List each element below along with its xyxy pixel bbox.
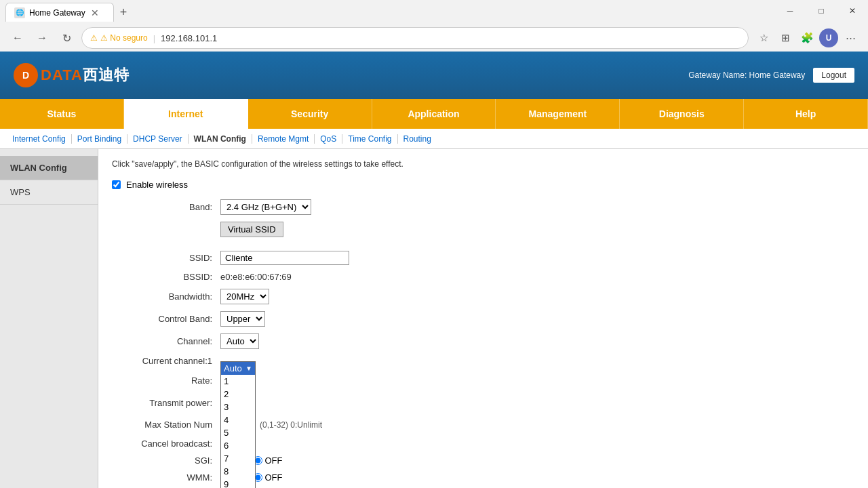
subnav-item-time-config[interactable]: Time Config: [342, 134, 397, 144]
favorites-button[interactable]: ⊞: [776, 28, 795, 47]
main-content: Click "save/apply", the BASIC configurat…: [98, 149, 868, 488]
bookmark-button[interactable]: ☆: [754, 28, 773, 47]
new-tab-button[interactable]: +: [114, 3, 133, 22]
bssid-value: e0:e8:e6:00:67:69: [220, 272, 292, 282]
virtual-ssid-button[interactable]: Virtual SSID: [220, 222, 283, 237]
channel-selected-label: Auto: [224, 363, 242, 373]
subnav-item-wlan-config[interactable]: WLAN Config: [189, 134, 252, 144]
subnav-item-dhcp-server[interactable]: DHCP Server: [127, 134, 188, 144]
sidebar: WLAN Config WPS: [0, 149, 98, 488]
sub-nav: Internet Config Port Binding DHCP Server…: [0, 129, 868, 149]
sgi-label: SGI:: [112, 455, 220, 466]
dropdown-arrow-icon: ▼: [245, 365, 252, 372]
tab-title: Home Gateway: [29, 8, 85, 18]
warning-text: ⚠ No seguro: [100, 33, 148, 43]
ssid-label: SSID:: [112, 253, 220, 263]
bandwidth-label: Bandwidth:: [112, 291, 220, 302]
profile-button[interactable]: U: [819, 28, 838, 47]
tab-close-icon[interactable]: ✕: [91, 7, 99, 18]
logo-chinese: 西迪特: [83, 66, 130, 83]
current-channel-label: Current channel:1: [112, 356, 220, 366]
sgi-off-label: OFF: [254, 455, 283, 466]
content-area: WLAN Config WPS Click "save/apply", the …: [0, 149, 868, 488]
nav-item-security[interactable]: Security: [248, 99, 372, 129]
virtual-ssid-row: Virtual SSID: [112, 222, 854, 244]
sidebar-item-wps[interactable]: WPS: [0, 180, 98, 205]
channel-option-2[interactable]: 2: [221, 388, 255, 401]
channel-select[interactable]: Auto 1 2 3 4 5 6 7 8 9 10 11 12 13: [220, 333, 259, 349]
band-select[interactable]: 2.4 GHz (B+G+N) 5 GHz: [220, 199, 311, 215]
channel-option-6[interactable]: 6: [221, 439, 255, 452]
logo-letter: D: [22, 70, 29, 81]
wmm-label: WMM:: [112, 472, 220, 483]
nav-item-application[interactable]: Application: [372, 99, 496, 129]
logo-circle: D: [14, 63, 38, 87]
nav-item-status[interactable]: Status: [0, 99, 124, 129]
subnav-item-routing[interactable]: Routing: [398, 134, 437, 144]
nav-item-internet[interactable]: Internet: [124, 99, 248, 129]
logo-text: DATA西迪特: [41, 65, 130, 85]
extensions-button[interactable]: 🧩: [797, 28, 816, 47]
maximize-button[interactable]: □: [806, 0, 837, 22]
router-logo: D DATA西迪特: [14, 63, 130, 87]
gateway-name: Gateway Name: Home Gateway: [688, 70, 805, 80]
transmit-power-label: Transmit power:: [112, 398, 220, 408]
logo-data: DATA: [41, 66, 83, 83]
router-header: D DATA西迪特 Gateway Name: Home Gateway Log…: [0, 52, 868, 99]
channel-label: Channel:: [112, 336, 220, 346]
warning-icon: ⚠: [90, 33, 98, 43]
channel-option-5[interactable]: 5: [221, 426, 255, 439]
rate-label: Rate:: [112, 375, 220, 386]
instruction-text: Click "save/apply", the BASIC configurat…: [112, 159, 854, 169]
enable-wireless-row: Enable wireless: [112, 180, 854, 190]
max-station-hint: (0,1-32) 0:Unlimit: [260, 420, 322, 430]
channel-option-7[interactable]: 7: [221, 452, 255, 465]
forward-button[interactable]: →: [33, 28, 52, 47]
wmm-off-text: OFF: [265, 472, 283, 483]
control-band-select[interactable]: Upper Lower: [220, 311, 265, 327]
max-station-label: Max Station Num: [112, 420, 220, 430]
subnav-item-internet-config[interactable]: Internet Config: [7, 134, 72, 144]
channel-dropdown-popup: Auto ▼ 1 2 3 4 5 6 7 8 9 10 11: [220, 361, 256, 489]
sidebar-item-wlan-config[interactable]: WLAN Config: [0, 156, 98, 180]
bandwidth-row: Bandwidth: 20MHz 40MHz: [112, 289, 854, 304]
wmm-off-label: OFF: [254, 472, 283, 483]
subnav-item-qos[interactable]: QoS: [315, 134, 342, 144]
subnav-item-port-binding[interactable]: Port Binding: [72, 134, 127, 144]
menu-button[interactable]: ⋯: [841, 28, 860, 47]
nav-item-help[interactable]: Help: [744, 99, 868, 129]
ssid-input[interactable]: [220, 251, 349, 265]
nav-item-diagnosis[interactable]: Diagnosis: [620, 99, 744, 129]
bssid-row: BSSID: e0:e8:e6:00:67:69: [112, 272, 854, 282]
channel-option-8[interactable]: 8: [221, 465, 255, 478]
header-right: Gateway Name: Home Gateway Logout: [688, 68, 854, 83]
browser-tab[interactable]: 🌐 Home Gateway ✕: [5, 3, 114, 22]
enable-wireless-label: Enable wireless: [126, 180, 188, 190]
current-channel-row: Current channel:1 Auto ▼ 1 2 3 4 5 6: [112, 356, 854, 366]
channel-dropdown-selected[interactable]: Auto ▼: [221, 362, 255, 375]
control-band-row: Control Band: Upper Lower: [112, 311, 854, 327]
band-label: Band:: [112, 202, 220, 212]
enable-wireless-checkbox[interactable]: [112, 180, 121, 189]
address-divider: |: [153, 33, 155, 43]
back-button[interactable]: ←: [8, 28, 27, 47]
bssid-label: BSSID:: [112, 272, 220, 282]
sgi-off-text: OFF: [265, 455, 283, 466]
channel-option-1[interactable]: 1: [221, 375, 255, 388]
control-band-label: Control Band:: [112, 314, 220, 324]
address-url: 192.168.101.1: [161, 33, 217, 43]
address-bar[interactable]: ⚠ ⚠ No seguro | 192.168.101.1: [81, 27, 749, 49]
bandwidth-select[interactable]: 20MHz 40MHz: [220, 289, 269, 304]
channel-option-9[interactable]: 9: [221, 478, 255, 489]
channel-option-4[interactable]: 4: [221, 413, 255, 426]
main-nav: Status Internet Security Application Man…: [0, 99, 868, 129]
close-button[interactable]: ✕: [837, 0, 868, 22]
refresh-button[interactable]: ↻: [57, 28, 76, 47]
channel-option-3[interactable]: 3: [221, 401, 255, 413]
subnav-item-remote-mgmt[interactable]: Remote Mgmt: [252, 134, 315, 144]
ssid-row: SSID:: [112, 251, 854, 265]
logout-button[interactable]: Logout: [813, 68, 854, 83]
security-warning: ⚠ ⚠ No seguro: [90, 33, 148, 43]
nav-item-management[interactable]: Management: [496, 99, 620, 129]
minimize-button[interactable]: ─: [774, 0, 806, 22]
